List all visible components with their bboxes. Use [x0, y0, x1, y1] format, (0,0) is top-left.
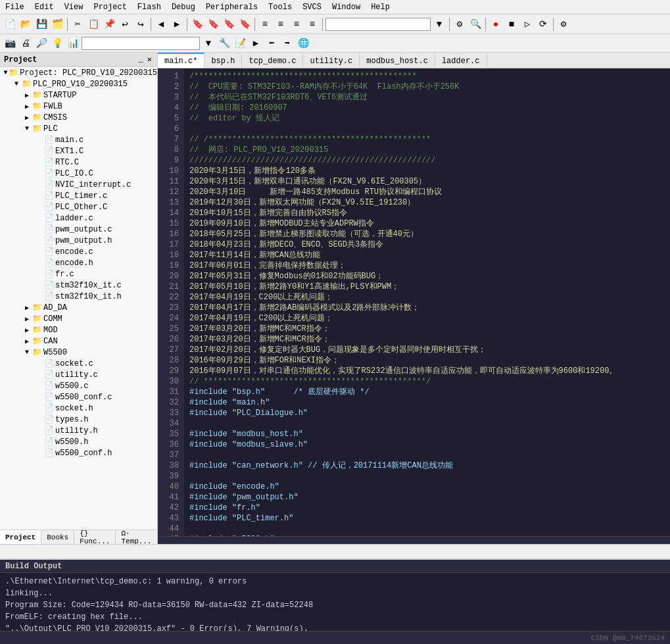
tab-books[interactable]: Books [41, 530, 74, 544]
menu-file[interactable]: File [0, 1, 30, 13]
project-arrow[interactable]: ▼ [201, 36, 216, 51]
tree-w5500-h[interactable]: 📄 w5500.h [0, 436, 157, 447]
tree-plc-other[interactable]: 📄 PLC_Other.C [0, 201, 157, 212]
stop-button[interactable]: ■ [504, 17, 519, 32]
file-tab-main-c[interactable]: main.c* [158, 53, 204, 68]
tb2-btn11[interactable]: 🌐 [296, 36, 310, 51]
tree-startup[interactable]: ▶ 📁 STARTUP [0, 89, 157, 101]
save-all-button[interactable]: 🗂️ [50, 17, 64, 32]
tb2-btn6[interactable]: 🔧 [217, 36, 231, 51]
menu-view[interactable]: View [59, 1, 89, 13]
tb2-btn9[interactable]: ⬅ [264, 36, 279, 51]
tree-w5500-conf-c[interactable]: 📄 w5500_conf.c [0, 391, 157, 403]
menu-project[interactable]: Project [88, 1, 132, 13]
file-tab-bsp-h[interactable]: bsp.h [204, 53, 242, 68]
paste-button[interactable]: 📌 [102, 17, 116, 32]
tree-types-h[interactable]: 📄 types.h [0, 414, 157, 425]
tb2-btn4[interactable]: 💡 [50, 36, 64, 51]
tree-main-c[interactable]: 📄 main.c [0, 134, 157, 145]
tree-pwm-c[interactable]: 📄 pwm_output.c [0, 224, 157, 235]
tree-can[interactable]: ▶ 📁 CAN [0, 335, 157, 347]
tree-w5500-c[interactable]: 📄 w5500.c [0, 380, 157, 391]
tree-stm32-h[interactable]: 📄 stm32f10x_it.h [0, 291, 157, 302]
tree-plc-io[interactable]: 📄 PLC_IO.C [0, 168, 157, 179]
tree-cmsis[interactable]: ▶ 📁 CMSIS [0, 112, 157, 123]
tb2-btn3[interactable]: 🔎 [34, 36, 49, 51]
tree-pwm-h[interactable]: 📄 pwm_output.h [0, 235, 157, 246]
menu-flash[interactable]: Flash [132, 1, 166, 13]
tree-utility-c[interactable]: 📄 utility.c [0, 369, 157, 380]
tree-rtc[interactable]: 📄 RTC.C [0, 157, 157, 168]
tree-ext1[interactable]: 📄 EXT1.C [0, 145, 157, 157]
tree-fwlb[interactable]: ▶ 📁 FWLB [0, 101, 157, 112]
cut-button[interactable]: ✂ [70, 17, 85, 32]
target-arrow[interactable]: ▼ [432, 17, 446, 32]
navigate-fwd[interactable]: ▶ [170, 17, 184, 32]
menu-help[interactable]: Help [366, 1, 395, 13]
bookmark2[interactable]: 🔖 [206, 17, 220, 32]
code-content[interactable]: /***************************************… [184, 68, 670, 536]
menu-svcs[interactable]: SVCS [297, 1, 327, 13]
menu-edit[interactable]: Edit [30, 1, 59, 13]
file-tab-tcp-demo[interactable]: tcp_demo.c [242, 53, 303, 68]
tree-encode-c[interactable]: 📄 encode.c [0, 246, 157, 257]
bookmark1[interactable]: 🔖 [190, 17, 204, 32]
undo-button[interactable]: ↩ [118, 17, 132, 32]
project-panel-minimize[interactable]: _ [137, 55, 145, 64]
menu-peripherals[interactable]: Peripherals [201, 1, 263, 13]
tree-ad-da[interactable]: ▶ 📁 AD_DA [0, 302, 157, 313]
horizontal-scrollbar[interactable] [158, 536, 670, 544]
project-dropdown[interactable]: PLC_PRO_V10_20200315 [82, 37, 200, 50]
copy-button[interactable]: 📋 [86, 17, 101, 32]
file-tab-ladder[interactable]: ladder.c [435, 53, 487, 68]
menu-tools[interactable]: Tools [263, 1, 297, 13]
tree-w5500[interactable]: ▼ 📁 W5500 [0, 347, 157, 358]
bookmark3[interactable]: 🔖 [222, 17, 236, 32]
save-button[interactable]: 💾 [34, 17, 49, 32]
align4[interactable]: ≡ [305, 17, 320, 32]
new-button[interactable]: 📄 [3, 17, 17, 32]
tree-plc[interactable]: ▼ 📁 PLC [0, 123, 157, 134]
reset-button[interactable]: ⟳ [536, 17, 550, 32]
tree-root[interactable]: ▼ 📁 Project: PLC_PRO_V10_20200315 [0, 67, 157, 78]
tree-stm32-c[interactable]: 📄 stm32f10x_it.c [0, 280, 157, 291]
step-button[interactable]: ▷ [520, 17, 535, 32]
tree-encode-h[interactable]: 📄 encode.h [0, 257, 157, 268]
file-tab-modbus[interactable]: modbus_host.c [360, 53, 435, 68]
tree-plc-pro[interactable]: ▼ 📁 PLC_PRO_V10_20200315 [0, 78, 157, 89]
open-button[interactable]: 📂 [18, 17, 33, 32]
menu-debug[interactable]: Debug [166, 1, 201, 13]
tree-comm[interactable]: ▶ 📁 COMM [0, 313, 157, 324]
navigate-back[interactable]: ◀ [154, 17, 168, 32]
align2[interactable]: ≡ [274, 17, 288, 32]
tree-plc-timer[interactable]: 📄 PLC_timer.c [0, 190, 157, 201]
settings-button[interactable]: ⚙ [556, 17, 571, 32]
menu-window[interactable]: Window [327, 1, 366, 13]
search-button[interactable]: 🔍 [468, 17, 483, 32]
tree-nvic[interactable]: 📄 NVIC_interrupt.c [0, 179, 157, 190]
align3[interactable]: ≡ [289, 17, 304, 32]
tree-utility-h[interactable]: 📄 utility.h [0, 425, 157, 436]
tree-ladder-c[interactable]: 📄 ladder.c [0, 212, 157, 224]
redo-button[interactable]: ↪ [133, 17, 148, 32]
target-dropdown[interactable]: Test_Write [325, 18, 431, 31]
tree-socket-c[interactable]: 📄 socket.c [0, 358, 157, 369]
compile-button[interactable]: ⚙ [452, 17, 467, 32]
run-button[interactable]: ● [489, 17, 503, 32]
project-panel-close[interactable]: ✕ [146, 55, 153, 64]
align1[interactable]: ≡ [258, 17, 272, 32]
tab-temp[interactable]: Ω∙ Temp... [116, 530, 157, 544]
tree-w5500-conf-h[interactable]: 📄 w5500_conf.h [0, 447, 157, 458]
tab-func[interactable]: {} Func... [74, 530, 116, 544]
file-tab-utility[interactable]: utility.c [303, 53, 360, 68]
tb2-btn2[interactable]: 🖨 [18, 36, 33, 51]
tb2-btn5[interactable]: 📊 [66, 36, 80, 51]
bookmark4[interactable]: 🔖 [237, 17, 252, 32]
tree-fr-c[interactable]: 📄 fr.c [0, 268, 157, 280]
tb2-btn1[interactable]: 📷 [3, 36, 17, 51]
build-content[interactable]: .\Ethernet\Internet\tcp_demo.c: 1 warnin… [0, 573, 670, 631]
tab-project[interactable]: Project [0, 530, 41, 544]
tb2-btn7[interactable]: 📝 [233, 36, 247, 51]
tree-mod[interactable]: ▶ 📁 MOD [0, 324, 157, 335]
tb2-btn10[interactable]: ➡ [280, 36, 295, 51]
